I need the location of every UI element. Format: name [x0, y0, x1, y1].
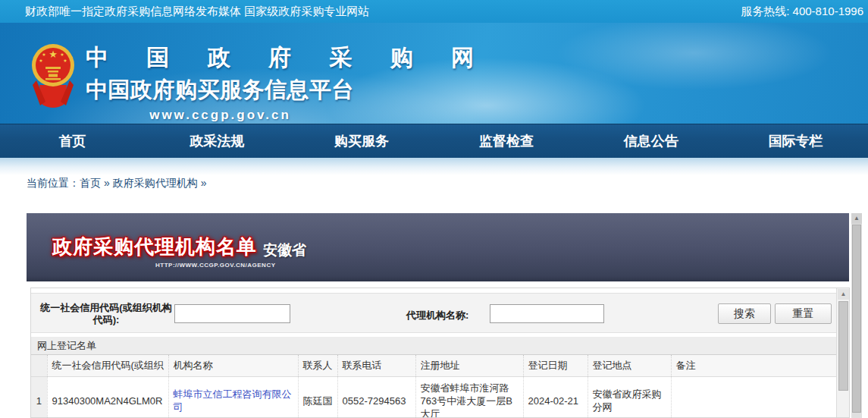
outer-scrollbar[interactable]: ▲	[851, 213, 862, 418]
agency-name-label: 代理机构名称:	[406, 309, 468, 322]
cell-location: 安徽省政府采购分网	[588, 376, 671, 418]
nav-item-international[interactable]: 国际专栏	[723, 124, 868, 158]
col-header-address: 注册地址	[415, 355, 523, 376]
table-row: 1 91340300MA2N4GLM0R 蚌埠市立信工程咨询有限公司 陈廷国 0…	[31, 376, 836, 418]
col-header-date: 登记日期	[523, 355, 588, 376]
breadcrumb: 当前位置：首页»政府采购代理机构»	[27, 177, 210, 190]
col-header-contact: 联系人	[298, 355, 337, 376]
nav-item-announcements[interactable]: 信息公告	[578, 124, 723, 158]
masthead-titles: 中 国 政 府 采 购 网 中国政府购买服务信息平台 www.ccgp.gov.…	[86, 42, 490, 123]
top-utility-bar: 财政部唯一指定政府采购信息网络发布媒体 国家级政府采购专业网站 服务热线: 40…	[0, 0, 868, 23]
national-emblem-icon: ★ ★ ★ ★ ★	[30, 32, 76, 115]
site-url: www.ccgp.gov.cn	[86, 108, 355, 123]
credit-code-label: 统一社会信用代码(或组织机构代码):	[36, 302, 177, 326]
agency-name-link[interactable]: 蚌埠市立信工程咨询有限公司	[174, 388, 292, 413]
content-panel: 政府采购代理机构名单 安徽省 HTTP://WWW.CCGP.GOV.CN/AG…	[27, 213, 868, 418]
scroll-up-icon[interactable]: ▲	[851, 213, 862, 224]
svg-text:★: ★	[63, 58, 67, 63]
agency-list-banner: 政府采购代理机构名单 安徽省 HTTP://WWW.CCGP.GOV.CN/AG…	[27, 213, 849, 281]
search-form: 统一社会信用代码(或组织机构代码): 代理机构名称: 搜索 重置	[31, 293, 836, 333]
svg-text:★: ★	[60, 52, 64, 57]
scroll-up-icon[interactable]: ▲	[838, 289, 849, 300]
masthead: ★ ★ ★ ★ ★ 中 国 政 府 采 购 网 中国政府购买服务信息平台 www…	[0, 23, 868, 124]
col-header-location: 登记地点	[588, 355, 671, 376]
search-button[interactable]: 搜索	[718, 303, 771, 324]
banner-url: HTTP://WWW.CCGP.GOV.CN/AGENCY	[155, 262, 257, 269]
cell-contact: 陈廷国	[298, 376, 337, 418]
col-header-name: 机构名称	[168, 355, 298, 376]
site-slogan: 财政部唯一指定政府采购信息网络发布媒体 国家级政府采购专业网站	[25, 0, 369, 23]
inner-scrollbar-thumb[interactable]	[838, 301, 848, 391]
svg-text:★: ★	[49, 49, 58, 60]
cell-credit-code: 91340300MA2N4GLM0R	[47, 376, 168, 418]
breadcrumb-section-link[interactable]: 政府采购代理机构	[113, 177, 198, 189]
banner-province: 安徽省	[263, 240, 306, 260]
col-header-code: 统一社会信用代码(或组织	[47, 355, 168, 376]
site-title: 中 国 政 府 采 购 网	[86, 42, 490, 74]
banner-title: 政府采购代理机构名单	[52, 234, 257, 260]
col-header-index	[31, 355, 47, 376]
nav-fade-divider	[0, 158, 868, 175]
table-header-row: 统一社会信用代码(或组织 机构名称 联系人 联系电话 注册地址 登记日期 登记地…	[31, 355, 836, 376]
agency-table: 统一社会信用代码(或组织 机构名称 联系人 联系电话 注册地址 登记日期 登记地…	[31, 355, 836, 418]
reset-button[interactable]: 重置	[775, 303, 832, 324]
breadcrumb-home-link[interactable]: 首页	[80, 177, 101, 189]
nav-item-home[interactable]: 首页	[0, 124, 145, 158]
breadcrumb-separator: »	[101, 177, 113, 189]
breadcrumb-separator-2: »	[198, 177, 210, 189]
col-header-remark: 备注	[671, 355, 836, 376]
cell-phone: 0552-7294563	[337, 376, 415, 418]
agency-list-frame: 统一社会信用代码(或组织机构代码): 代理机构名称: 搜索 重置 网上登记名单 …	[30, 288, 850, 418]
col-header-phone: 联系电话	[337, 355, 415, 376]
agency-name-input[interactable]	[490, 304, 604, 323]
cell-remark	[671, 376, 836, 418]
nav-item-supervision[interactable]: 监督检查	[434, 124, 578, 158]
svg-text:★: ★	[42, 52, 45, 57]
cell-index: 1	[31, 376, 47, 418]
inner-scrollbar[interactable]: ▲	[836, 288, 849, 417]
credit-code-input[interactable]	[174, 304, 290, 323]
svg-text:★: ★	[39, 58, 42, 63]
nav-item-regulations[interactable]: 政采法规	[145, 124, 290, 158]
nav-item-purchase-services[interactable]: 购买服务	[290, 124, 434, 158]
site-subtitle: 中国政府购买服务信息平台	[86, 75, 490, 105]
cell-agency-name: 蚌埠市立信工程咨询有限公司	[168, 376, 298, 418]
page: 财政部唯一指定政府采购信息网络发布媒体 国家级政府采购专业网站 服务热线: 40…	[0, 0, 868, 418]
outer-scrollbar-thumb[interactable]	[852, 225, 861, 413]
cell-date: 2024-02-21	[523, 376, 588, 418]
service-hotline: 服务热线: 400-810-1996	[741, 0, 863, 23]
breadcrumb-prefix: 当前位置：	[27, 177, 80, 189]
cell-address: 安徽省蚌埠市淮河路763号中港大厦一层B大厅	[415, 376, 523, 418]
list-section-title: 网上登记名单	[31, 337, 836, 355]
primary-nav: 首页 政采法规 购买服务 监督检查 信息公告 国际专栏	[0, 124, 868, 158]
